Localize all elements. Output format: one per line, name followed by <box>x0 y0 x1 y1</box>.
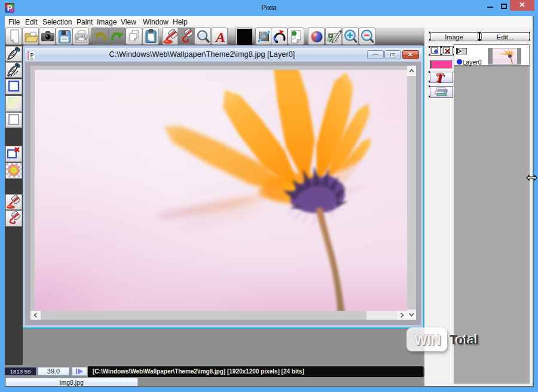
svg-text:P: P <box>30 52 33 58</box>
svg-text:P: P <box>7 4 13 13</box>
svg-text:A: A <box>215 29 225 45</box>
